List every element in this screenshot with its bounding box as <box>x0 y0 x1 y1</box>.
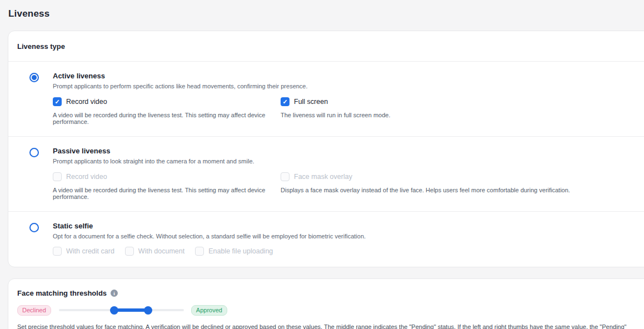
radio-passive-liveness[interactable] <box>29 148 39 157</box>
liveness-settings-page: Liveness Liveness type Active liveness P… <box>0 0 644 329</box>
option-static-selfie: Static selfie Opt for a document for a s… <box>8 212 644 267</box>
option-description: Opt for a document for a selfie check. W… <box>53 233 641 240</box>
checkbox-label: With credit card <box>66 247 114 255</box>
liveness-type-card: Liveness type Active liveness Prompt app… <box>8 31 644 267</box>
threshold-slider-range <box>114 308 148 312</box>
thresholds-card-title: Face matching thresholds <box>17 289 107 297</box>
checkbox-full-screen[interactable]: ✓ <box>281 97 289 106</box>
option-title-static-selfie: Static selfie <box>53 222 641 230</box>
option-title-active-liveness: Active liveness <box>53 72 641 80</box>
radio-static-selfie[interactable] <box>29 223 39 232</box>
face-matching-thresholds-card: Face matching thresholds i Declined Appr… <box>8 278 644 329</box>
threshold-slider-track[interactable] <box>59 309 184 311</box>
threshold-slider-thumb-low[interactable] <box>110 306 118 315</box>
approved-badge: Approved <box>191 305 227 316</box>
checkbox-enable-file-uploading <box>195 247 204 256</box>
checkbox-label: Record video <box>66 173 107 181</box>
info-icon[interactable]: i <box>111 290 118 297</box>
declined-badge: Declined <box>17 305 51 316</box>
checkbox-helper-text: A video will be recorded during the live… <box>53 187 279 200</box>
checkbox-label[interactable]: Record video <box>66 98 107 106</box>
threshold-slider-thumb-high[interactable] <box>144 306 152 315</box>
radio-dot <box>32 75 37 80</box>
thresholds-description: Set precise threshold values for face ma… <box>17 323 641 329</box>
option-passive-liveness: Passive liveness Prompt applicants to lo… <box>8 137 644 212</box>
checkbox-label: Enable file uploading <box>208 247 273 255</box>
option-description: Prompt applicants to look straight into … <box>53 158 641 164</box>
option-active-liveness: Active liveness Prompt applicants to per… <box>8 62 644 137</box>
radio-active-liveness[interactable] <box>29 73 39 82</box>
checkbox-record-video-active[interactable]: ✓ <box>53 97 62 106</box>
liveness-type-card-title: Liveness type <box>8 31 644 62</box>
checkbox-with-document <box>125 247 134 256</box>
check-icon: ✓ <box>54 98 59 104</box>
page-title: Liveness <box>0 0 644 19</box>
checkbox-record-video-passive <box>53 172 62 181</box>
checkbox-with-credit-card <box>53 247 62 256</box>
checkbox-helper-text: The liveness will run in full screen mod… <box>281 112 641 125</box>
checkbox-helper-text: A video will be recorded during the live… <box>53 112 279 125</box>
check-icon: ✓ <box>282 98 287 104</box>
option-title-passive-liveness: Passive liveness <box>53 147 641 155</box>
checkbox-face-mask-overlay <box>281 172 289 181</box>
checkbox-helper-text: Displays a face mask overlay instead of … <box>281 187 641 200</box>
checkbox-label[interactable]: Full screen <box>294 98 328 106</box>
option-description: Prompt applicants to perform specific ac… <box>53 83 641 89</box>
checkbox-label: With document <box>138 247 184 255</box>
checkbox-label: Face mask overlay <box>294 173 352 181</box>
